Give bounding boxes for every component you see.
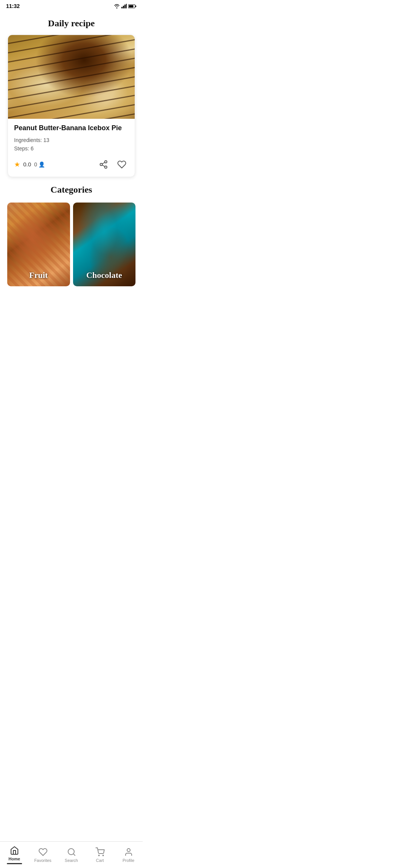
- nav-item-profile[interactable]: Profile: [114, 845, 143, 865]
- svg-line-10: [102, 165, 105, 166]
- category-card-fruit[interactable]: Fruit: [7, 203, 70, 286]
- nav-item-cart[interactable]: Cart: [86, 845, 114, 865]
- action-buttons: [97, 158, 129, 171]
- home-icon: [10, 846, 19, 855]
- svg-rect-2: [124, 5, 126, 8]
- nav-label-search: Search: [65, 858, 78, 863]
- rating-area: ★ 0.0 0 👤: [14, 160, 45, 169]
- categories-grid: Fruit Chocolate: [6, 201, 137, 288]
- rating-value: 0.0: [23, 161, 31, 168]
- review-count: 0 👤: [34, 161, 45, 168]
- svg-line-11: [102, 162, 105, 164]
- recipe-meta: Ingredients: 13 Steps: 6: [14, 136, 129, 153]
- status-bar: 11:32: [0, 0, 143, 11]
- recipe-image-visual: [8, 35, 135, 119]
- recipe-info: Peanut Butter-Banana Icebox Pie Ingredie…: [8, 119, 135, 177]
- nav-label-cart: Cart: [96, 858, 104, 863]
- svg-rect-1: [123, 6, 124, 8]
- bottom-nav: Home Favorites Search Cart: [0, 841, 143, 868]
- svg-point-15: [103, 855, 104, 856]
- nav-item-search[interactable]: Search: [57, 845, 86, 865]
- nav-item-home[interactable]: Home: [0, 843, 29, 866]
- search-icon: [67, 847, 76, 857]
- share-button[interactable]: [97, 158, 110, 171]
- nav-home-indicator: [7, 863, 22, 864]
- recipe-title: Peanut Butter-Banana Icebox Pie: [14, 124, 129, 132]
- status-time: 11:32: [6, 3, 20, 9]
- svg-rect-3: [126, 4, 127, 8]
- battery-icon: [128, 4, 137, 8]
- cart-icon: [95, 847, 105, 857]
- profile-icon: [124, 847, 134, 857]
- svg-point-14: [99, 855, 99, 856]
- category-fruit-label: Fruit: [7, 270, 70, 280]
- steps-label: Steps: 6: [14, 144, 129, 153]
- nav-item-favorites[interactable]: Favorites: [29, 845, 57, 865]
- signal-icon: [121, 4, 127, 8]
- wifi-icon: [114, 4, 120, 8]
- favorites-icon: [38, 847, 48, 857]
- nav-label-profile: Profile: [123, 858, 134, 863]
- star-icon: ★: [14, 160, 20, 169]
- daily-recipe-card[interactable]: Peanut Butter-Banana Icebox Pie Ingredie…: [8, 35, 135, 177]
- svg-point-16: [127, 849, 130, 852]
- categories-section: Categories Fruit Chocolate: [0, 185, 143, 288]
- nav-label-home: Home: [8, 857, 20, 861]
- category-card-chocolate[interactable]: Chocolate: [73, 203, 136, 286]
- recipe-actions: ★ 0.0 0 👤: [14, 158, 129, 171]
- svg-line-13: [73, 854, 75, 855]
- svg-rect-0: [121, 7, 123, 8]
- status-icons: [114, 4, 137, 8]
- ingredients-label: Ingredients: 13: [14, 136, 129, 144]
- svg-rect-5: [135, 5, 137, 7]
- page-content: Daily recipe Peanut Butter-Banana Icebox…: [0, 11, 143, 318]
- svg-rect-6: [129, 5, 134, 7]
- recipe-image: [8, 35, 135, 119]
- favorite-button[interactable]: [115, 158, 129, 171]
- daily-recipe-title: Daily recipe: [0, 18, 143, 29]
- category-chocolate-label: Chocolate: [73, 270, 136, 280]
- nav-label-favorites: Favorites: [34, 858, 51, 863]
- categories-title: Categories: [0, 185, 143, 195]
